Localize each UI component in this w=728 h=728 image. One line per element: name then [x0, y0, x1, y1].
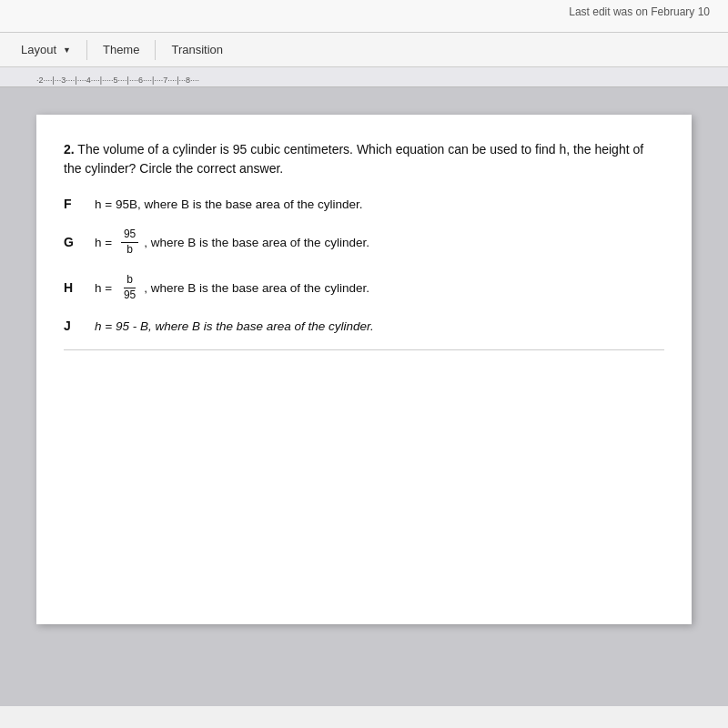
ruler-mark-2: ·2····|···3····|····4····|·····5····|···…	[36, 76, 199, 85]
answer-g-denominator: b	[124, 243, 136, 258]
answer-h-denominator: 95	[121, 288, 138, 303]
layout-label: Layout	[21, 43, 56, 56]
theme-label: Theme	[103, 43, 139, 56]
question-text: 2. The volume of a cylinder is 95 cubic …	[64, 140, 664, 178]
answer-g-fraction: 95 b	[121, 228, 138, 257]
slide: 2. The volume of a cylinder is 95 cubic …	[36, 115, 692, 624]
answer-h-suffix: , where B is the base area of the cylind…	[144, 281, 369, 295]
question-body: The volume of a cylinder is 95 cubic cen…	[64, 142, 643, 176]
answer-content-f: h = 95B, where B is the base area of the…	[95, 197, 363, 211]
answer-row-f: F h = 95B, where B is the base area of t…	[64, 197, 664, 211]
question-block: 2. The volume of a cylinder is 95 cubic …	[64, 140, 664, 333]
answer-letter-h: H	[64, 280, 95, 295]
answer-h-fraction: b 95	[121, 273, 138, 302]
transition-button[interactable]: Transition	[157, 33, 237, 66]
transition-label: Transition	[171, 43, 223, 56]
toolbar-divider-1	[86, 40, 87, 60]
slide-area: 2. The volume of a cylinder is 95 cubic …	[0, 87, 728, 706]
answer-g-suffix: , where B is the base area of the cylind…	[144, 236, 369, 249]
answer-h-numerator: b	[124, 273, 136, 288]
answer-content-h: h = b 95 , where B is the base area of t…	[95, 273, 369, 302]
answer-f-text: h = 95B, where B is the base area of the…	[95, 197, 363, 211]
toolbar-divider-2	[155, 40, 156, 60]
toolbar: Layout Theme Transition	[0, 33, 728, 67]
top-bar: Last edit was on February 10	[0, 0, 728, 33]
answer-j-text: h = 95 - B, where B is the base area of …	[95, 319, 374, 333]
answer-row-j: J h = 95 - B, where B is the base area o…	[64, 318, 664, 333]
answer-row-g: G h = 95 b , where B is the base area of…	[64, 228, 664, 257]
question-number: 2.	[64, 142, 75, 157]
answer-g-prefix: h =	[95, 236, 116, 249]
answer-content-j: h = 95 - B, where B is the base area of …	[95, 319, 374, 333]
answer-g-numerator: 95	[121, 228, 138, 243]
slide-divider	[64, 349, 664, 350]
answer-letter-g: G	[64, 235, 95, 249]
answer-h-prefix: h =	[95, 281, 116, 295]
answer-row-h: H h = b 95 , where B is the base area of…	[64, 273, 664, 302]
answer-letter-f: F	[64, 197, 95, 211]
theme-button[interactable]: Theme	[89, 33, 153, 66]
answer-content-g: h = 95 b , where B is the base area of t…	[95, 228, 369, 257]
last-edit-label: Last edit was on February 10	[569, 5, 710, 18]
layout-button[interactable]: Layout	[7, 33, 85, 66]
ruler: ·2····|···3····|····4····|·····5····|···…	[0, 67, 728, 87]
answer-letter-j: J	[64, 318, 95, 333]
